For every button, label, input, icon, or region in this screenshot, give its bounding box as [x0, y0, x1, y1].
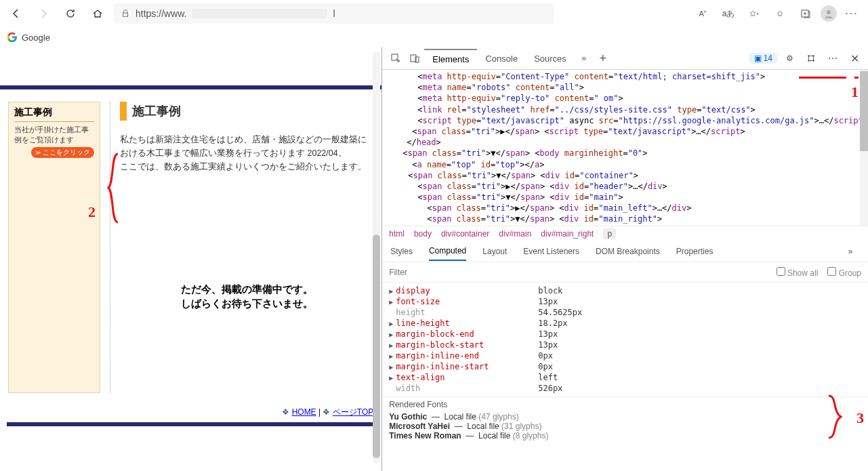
new-tab-icon[interactable]: + — [594, 49, 613, 68]
google-icon — [7, 32, 18, 43]
sidebar-desc: 当社が手掛けた施工事例をご覧頂けます — [14, 125, 94, 146]
url-prefix: https://www. — [136, 8, 186, 19]
rendered-fonts-heading: Rendered Fonts — [389, 400, 861, 409]
tab-console[interactable]: Console — [477, 49, 526, 68]
elements-tree[interactable]: <meta http-equiv="Content-Type" content=… — [382, 70, 868, 226]
bookmarks-bar: Google — [0, 27, 868, 47]
browser-toolbar: https://www. l A" aあ ✩+ ✩ ··· — [0, 0, 868, 27]
page-scrollbar[interactable] — [373, 52, 380, 464]
issues-badge[interactable]: ▣14 — [749, 53, 777, 64]
collections-icon[interactable] — [795, 3, 817, 24]
read-aloud-icon[interactable]: A" — [692, 3, 714, 24]
page-viewport: 施工事例 当社が手掛けた施工事例をご覧頂けます ≫ ここをクリック 施工事例 私… — [0, 47, 382, 471]
inspect-icon[interactable] — [386, 49, 405, 68]
show-all-checkbox[interactable]: Show all — [777, 267, 819, 278]
annotation-3-brace — [827, 394, 842, 439]
more-button[interactable]: ··· — [841, 3, 863, 24]
forward-button[interactable] — [33, 3, 54, 24]
more-tabs-icon[interactable]: » — [575, 49, 594, 68]
tab-sources[interactable]: Sources — [526, 49, 575, 68]
annotation-1-underline — [799, 77, 846, 79]
toolbar-right: A" aあ ✩+ ✩ ··· — [692, 3, 863, 24]
subtab-styles[interactable]: Styles — [390, 243, 413, 260]
sidebar-click-button[interactable]: ≫ ここをクリック — [31, 147, 94, 158]
add-favorite-icon[interactable]: ✩+ — [743, 3, 765, 24]
devtools-panel: Elements Console Sources » + ▣14 ⚙ ⋯ ✕ <… — [382, 47, 868, 471]
sidebar-title: 施工事例 — [14, 106, 94, 119]
translate-icon[interactable]: aあ — [718, 3, 739, 24]
close-devtools-icon[interactable]: ✕ — [845, 49, 864, 68]
url-suffix: l — [333, 8, 335, 19]
devtools-tabbar: Elements Console Sources » + ▣14 ⚙ ⋯ ✕ — [382, 47, 868, 70]
section-accent-bar — [120, 102, 127, 121]
computed-filter-row: Show all Group — [382, 262, 868, 283]
svg-rect-0 — [123, 13, 128, 16]
tab-elements[interactable]: Elements — [424, 49, 477, 68]
settings-icon[interactable]: ⚙ — [780, 49, 799, 68]
footer-links: ❖ HOME | ❖ ページTOP — [8, 407, 373, 418]
bookmark-google[interactable]: Google — [22, 33, 50, 43]
device-icon[interactable] — [405, 49, 424, 68]
subtab-properties[interactable]: Properties — [676, 243, 714, 260]
computed-panel[interactable]: ▶displayblock▶font-size13px height54.562… — [382, 283, 868, 396]
section-title: 施工事例 — [132, 103, 181, 119]
elements-breadcrumbs[interactable]: html body div#container div#main div#mai… — [382, 226, 868, 241]
filter-input[interactable] — [389, 268, 491, 277]
annotation-2: 2 — [88, 203, 96, 221]
home-button[interactable] — [87, 3, 108, 24]
rule-bottom — [7, 422, 375, 426]
annotation-1: 1 — [851, 82, 859, 102]
devtools-more-icon[interactable]: ⋯ — [823, 49, 842, 68]
styles-tabbar: Styles Computed Layout Event Listeners D… — [382, 241, 868, 262]
elements-scrollbar[interactable] — [860, 70, 868, 226]
lock-icon — [121, 9, 130, 18]
sidebar-card: 施工事例 当社が手掛けた施工事例をご覧頂けます ≫ ここをクリック — [8, 102, 100, 393]
subtab-dom-breakpoints[interactable]: DOM Breakpoints — [596, 243, 660, 260]
annotation-1-underline2 — [854, 77, 859, 79]
pagetop-link[interactable]: ページTOP — [333, 407, 373, 417]
annotation-2-brace — [107, 152, 121, 224]
url-redacted — [192, 9, 327, 18]
profile-avatar[interactable] — [821, 5, 837, 22]
preparing-message: ただ今、掲載の準備中です。 しばらくお待ち下さいませ。 — [120, 282, 373, 310]
rendered-fonts-panel: Rendered Fonts Yu Gothic — Local file (4… — [382, 396, 868, 443]
intro-text: 私たちは新築注文住宅をはじめ、店舗・施設などの一般建築における木工事まで幅広い業… — [120, 133, 373, 173]
address-bar[interactable]: https://www. l — [114, 3, 554, 24]
favorites-icon[interactable]: ✩ — [769, 3, 791, 24]
svg-point-2 — [827, 10, 831, 14]
main-column: 施工事例 私たちは新築注文住宅をはじめ、店舗・施設などの一般建築における木工事ま… — [110, 102, 373, 393]
home-link[interactable]: HOME — [292, 407, 316, 417]
dock-icon[interactable] — [802, 49, 821, 68]
rule-top — [0, 85, 381, 89]
group-checkbox[interactable]: Group — [827, 267, 861, 278]
back-button[interactable] — [5, 3, 27, 24]
subtab-computed[interactable]: Computed — [429, 242, 466, 261]
more-subtabs-icon[interactable]: » — [841, 242, 860, 261]
annotation-3: 3 — [856, 409, 864, 427]
subtab-event-listeners[interactable]: Event Listeners — [523, 243, 579, 260]
refresh-button[interactable] — [60, 3, 81, 24]
subtab-layout[interactable]: Layout — [482, 243, 507, 260]
